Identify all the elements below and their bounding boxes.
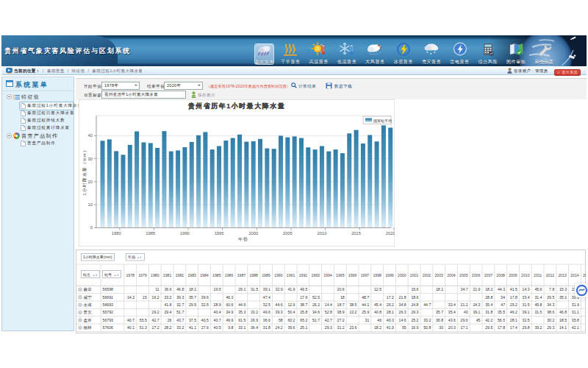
svg-text:34: 34 <box>501 295 505 300</box>
svg-text:20.3: 20.3 <box>448 325 456 330</box>
svg-text:1980: 1980 <box>112 231 121 236</box>
svg-text:52.5: 52.5 <box>312 295 320 300</box>
svg-text:38.5: 38.5 <box>349 302 356 307</box>
svg-text:20: 20 <box>88 180 93 184</box>
svg-text:年份: 年份 <box>238 236 248 242</box>
svg-text:2013: 2013 <box>558 273 567 277</box>
svg-text:1991: 1991 <box>287 273 295 277</box>
svg-text:1988: 1988 <box>249 273 258 277</box>
svg-text:56693: 56693 <box>103 302 114 307</box>
svg-text:34.7: 34.7 <box>461 287 468 291</box>
svg-text:桐梓: 桐梓 <box>83 325 93 330</box>
svg-text:41.9: 41.9 <box>387 325 394 330</box>
svg-text:44.1: 44.1 <box>362 302 369 307</box>
svg-text:29.5: 29.5 <box>485 325 492 330</box>
svg-text:1999: 1999 <box>385 273 394 277</box>
svg-text:25.2: 25.2 <box>411 318 418 322</box>
svg-text:17.1: 17.1 <box>461 325 468 330</box>
svg-text:40.4: 40.4 <box>214 310 221 314</box>
svg-text:1998: 1998 <box>373 273 381 277</box>
svg-text:18.6: 18.6 <box>411 295 418 300</box>
svg-text:1985: 1985 <box>146 231 155 236</box>
svg-text:39.1: 39.1 <box>473 310 480 314</box>
svg-text:29.3: 29.3 <box>325 325 332 330</box>
svg-text:49.9: 49.9 <box>226 318 233 322</box>
svg-text:32.5: 32.5 <box>201 302 209 307</box>
svg-text:*: * <box>430 52 432 57</box>
svg-text:18: 18 <box>340 295 345 300</box>
svg-text:▲▼: ▲▼ <box>137 256 142 259</box>
svg-text:21.2: 21.2 <box>461 302 468 307</box>
svg-text:46: 46 <box>377 318 381 322</box>
svg-text:2008: 2008 <box>496 273 505 277</box>
svg-text:18.2: 18.2 <box>374 325 381 330</box>
svg-text:61.5: 61.5 <box>238 318 245 322</box>
svg-text:49.6: 49.6 <box>263 310 270 314</box>
svg-text:1993: 1993 <box>311 273 320 277</box>
svg-text:2011: 2011 <box>534 273 542 277</box>
svg-text:水城: 水城 <box>84 302 93 307</box>
svg-text:33.2: 33.2 <box>251 310 258 314</box>
svg-text:站名: 站名 <box>83 272 90 277</box>
svg-text:26.3: 26.3 <box>399 310 406 314</box>
svg-text:58: 58 <box>279 318 283 322</box>
svg-text:26.9: 26.9 <box>251 318 258 322</box>
svg-text:28.2: 28.2 <box>164 325 171 330</box>
svg-text:1995: 1995 <box>336 273 345 277</box>
svg-text:39.3: 39.3 <box>176 295 184 300</box>
svg-text:1996: 1996 <box>348 273 357 277</box>
svg-text:52.8: 52.8 <box>325 310 332 314</box>
svg-text:11: 11 <box>155 287 159 291</box>
svg-text:51.7: 51.7 <box>312 318 320 322</box>
svg-text:42.7: 42.7 <box>325 318 332 322</box>
svg-text:20.6: 20.6 <box>337 287 345 291</box>
svg-text:50.4: 50.4 <box>287 310 295 314</box>
svg-text:31.8: 31.8 <box>263 325 270 330</box>
svg-text:36.6: 36.6 <box>164 287 171 291</box>
svg-text:40: 40 <box>88 133 93 138</box>
svg-text:2005: 2005 <box>459 273 468 277</box>
svg-text:21.8: 21.8 <box>399 295 406 300</box>
svg-text:38.9: 38.9 <box>337 310 345 314</box>
svg-text:29.3: 29.3 <box>411 310 418 314</box>
svg-text:*: * <box>434 51 436 55</box>
svg-text:56691: 56691 <box>103 295 114 300</box>
svg-text:44.6: 44.6 <box>238 302 245 307</box>
svg-text:贵州省历年1小时最大降水量: 贵州省历年1小时最大降水量 <box>188 102 286 110</box>
svg-text:41.8: 41.8 <box>164 302 171 307</box>
svg-text:33.2: 33.2 <box>176 325 184 330</box>
svg-text:65.2: 65.2 <box>300 318 307 322</box>
svg-text:47.4: 47.4 <box>263 295 270 300</box>
svg-text:10: 10 <box>88 202 93 207</box>
svg-text:28.1: 28.1 <box>387 310 394 314</box>
svg-text:1小时降水量(mm): 1小时降水量(mm) <box>83 255 112 259</box>
svg-text:18.2: 18.2 <box>485 287 492 291</box>
svg-text:23.2: 23.2 <box>164 295 171 300</box>
svg-text:14.6: 14.6 <box>399 318 406 322</box>
svg-text:27.6: 27.6 <box>201 325 209 330</box>
svg-text:1995: 1995 <box>215 231 224 236</box>
svg-text:35.7: 35.7 <box>436 310 443 314</box>
svg-text:1994: 1994 <box>323 273 332 277</box>
svg-text:36.6: 36.6 <box>263 318 270 322</box>
svg-text:26: 26 <box>168 318 172 322</box>
svg-text:18.1: 18.1 <box>189 287 196 291</box>
svg-text:15.3: 15.3 <box>559 287 567 291</box>
svg-text:32.5: 32.5 <box>263 302 270 307</box>
svg-text:1984: 1984 <box>200 273 209 277</box>
svg-text:56598: 56598 <box>103 287 114 291</box>
svg-text:2009: 2009 <box>509 273 517 277</box>
svg-text:40.7: 40.7 <box>127 318 135 322</box>
svg-text:2014: 2014 <box>570 273 579 277</box>
svg-text:39.3: 39.3 <box>276 310 283 314</box>
svg-text:24.2: 24.2 <box>276 325 283 330</box>
svg-text:25.1: 25.1 <box>300 325 307 330</box>
svg-text:29.5: 29.5 <box>189 302 196 307</box>
svg-text:年份: 年份 <box>128 255 136 260</box>
svg-text:57606: 57606 <box>103 325 114 330</box>
svg-text:威宁: 威宁 <box>84 295 93 300</box>
svg-text:38.6: 38.6 <box>547 310 554 314</box>
svg-text:21.9: 21.9 <box>473 287 480 291</box>
svg-text:35.7: 35.7 <box>189 295 196 300</box>
svg-text:1987: 1987 <box>237 273 246 277</box>
